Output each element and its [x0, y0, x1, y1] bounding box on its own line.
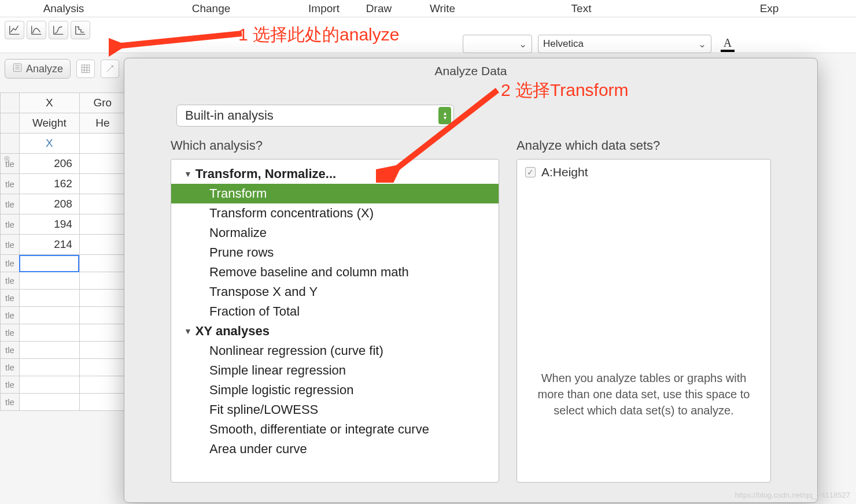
col-header-x[interactable]: X: [19, 93, 79, 113]
dialog-body: Built-in analysis Which analysis? ▼Trans…: [124, 81, 817, 488]
row-header[interactable]: tle: [1, 194, 20, 214]
analysis-type-select[interactable]: Built-in analysis: [176, 105, 454, 127]
chevron-down-icon: ⌄: [698, 38, 706, 50]
row-header[interactable]: tle: [1, 255, 20, 272]
row-header[interactable]: tle: [1, 235, 20, 255]
close-icon[interactable]: ⊗: [3, 154, 14, 164]
cell[interactable]: [79, 342, 126, 359]
row-header[interactable]: tle: [1, 394, 20, 411]
analyze-button[interactable]: Analyze: [5, 59, 71, 79]
analyze-data-dialog: Analyze Data Built-in analysis Which ana…: [124, 58, 818, 503]
chart-sigmoid-icon[interactable]: [49, 21, 68, 39]
menu-text[interactable]: Text: [480, 0, 682, 17]
row-header[interactable]: tle: [1, 359, 20, 376]
chevron-down-icon: ⌄: [519, 38, 527, 50]
row-header[interactable]: tle: [1, 290, 20, 307]
col-subheader-weight[interactable]: Weight: [19, 113, 79, 134]
chart-curve-icon[interactable]: [27, 21, 46, 39]
disclosure-triangle-icon: ▼: [184, 327, 192, 336]
size-dropdown[interactable]: ⌄: [463, 35, 532, 53]
tree-item[interactable]: Transform concentrations (X): [171, 203, 499, 223]
cell[interactable]: [79, 272, 126, 290]
cell[interactable]: [79, 359, 126, 376]
tree-item[interactable]: Area under curve: [171, 439, 499, 459]
cell[interactable]: [19, 324, 79, 342]
chart-survival-icon[interactable]: [71, 21, 90, 39]
cell[interactable]: [79, 307, 126, 324]
menu-write[interactable]: Write: [405, 0, 480, 17]
tree-item[interactable]: Normalize: [171, 223, 499, 243]
cell-selected[interactable]: [19, 255, 79, 272]
menu-draw[interactable]: Draw: [353, 0, 405, 17]
cell[interactable]: [19, 290, 79, 307]
cell[interactable]: [79, 394, 126, 411]
cell[interactable]: [79, 134, 126, 154]
analysis-tree[interactable]: ▼Transform, Normalize... Transform Trans…: [171, 159, 499, 483]
cell[interactable]: [19, 394, 79, 411]
row-header[interactable]: tle: [1, 214, 20, 235]
tree-item[interactable]: Simple logistic regression: [171, 380, 499, 400]
chart-linear-icon[interactable]: [5, 21, 24, 39]
cell-x[interactable]: X: [19, 134, 79, 154]
cell[interactable]: [79, 376, 126, 394]
tree-item[interactable]: Prune rows: [171, 243, 499, 262]
text-tool-group: ⌄ Helvetica⌄ A: [457, 35, 738, 53]
col-subheader-height[interactable]: He: [79, 113, 126, 134]
cell[interactable]: 162: [19, 174, 79, 194]
menu-import[interactable]: Import: [295, 0, 353, 17]
row-header[interactable]: tle: [1, 376, 20, 394]
cell[interactable]: [19, 359, 79, 376]
dataset-row[interactable]: ✓ A:Height: [525, 165, 762, 179]
font-dropdown[interactable]: Helvetica⌄: [538, 35, 711, 53]
cell[interactable]: 214: [19, 235, 79, 255]
stepper-icon[interactable]: [438, 107, 451, 124]
cell[interactable]: [79, 194, 126, 214]
cell[interactable]: [79, 214, 126, 235]
datasets-help-text: When you analyze tables or graphs with m…: [525, 370, 762, 418]
tree-item[interactable]: Fraction of Total: [171, 302, 499, 321]
tree-item[interactable]: Transpose X and Y: [171, 282, 499, 302]
tree-group-xy[interactable]: ▼XY analyses: [171, 321, 499, 341]
menu-analysis[interactable]: Analysis: [0, 0, 127, 17]
tree-group-transform[interactable]: ▼Transform, Normalize...: [171, 164, 499, 184]
wand-icon[interactable]: [101, 60, 119, 78]
cell[interactable]: [19, 272, 79, 290]
cell[interactable]: [79, 235, 126, 255]
row-header[interactable]: tle: [1, 272, 20, 290]
cell[interactable]: [79, 290, 126, 307]
tree-item[interactable]: Remove baseline and column math: [171, 262, 499, 282]
cell[interactable]: [79, 255, 126, 272]
cell[interactable]: [19, 307, 79, 324]
cell[interactable]: 208: [19, 194, 79, 214]
cell[interactable]: 194: [19, 214, 79, 235]
cell[interactable]: [19, 376, 79, 394]
col-header-group[interactable]: Gro: [79, 93, 126, 113]
row-header[interactable]: tle: [1, 324, 20, 342]
letter-a-icon: A: [724, 36, 732, 50]
font-color-button[interactable]: A: [717, 35, 738, 53]
row-header[interactable]: [1, 134, 20, 154]
row-header[interactable]: tle: [1, 174, 20, 194]
tree-item[interactable]: Simple linear regression: [171, 361, 499, 380]
tree-item[interactable]: Nonlinear regression (curve fit): [171, 341, 499, 361]
grid-icon[interactable]: [76, 60, 95, 78]
dataset-label: A:Height: [541, 165, 588, 179]
menu-change[interactable]: Change: [127, 0, 295, 17]
color-bar-icon: [721, 50, 735, 52]
svg-rect-0: [13, 64, 21, 72]
tree-item[interactable]: Smooth, differentiate or integrate curve: [171, 420, 499, 439]
checkbox-checked-icon[interactable]: ✓: [525, 167, 536, 177]
datasets-box: ✓ A:Height When you analyze tables or gr…: [516, 159, 771, 483]
cell[interactable]: [79, 174, 126, 194]
menu-bar: Analysis Change Import Draw Write Text E…: [0, 0, 856, 17]
menu-export[interactable]: Exp: [682, 0, 856, 17]
row-header[interactable]: tle: [1, 342, 20, 359]
row-header[interactable]: tle: [1, 307, 20, 324]
cell[interactable]: [79, 324, 126, 342]
cell[interactable]: 206: [19, 154, 79, 174]
tree-item[interactable]: Fit spline/LOWESS: [171, 400, 499, 420]
tree-item-transform[interactable]: Transform: [171, 184, 499, 203]
cell[interactable]: [79, 154, 126, 174]
cell[interactable]: [19, 342, 79, 359]
analyze-row: Analyze: [5, 59, 119, 79]
